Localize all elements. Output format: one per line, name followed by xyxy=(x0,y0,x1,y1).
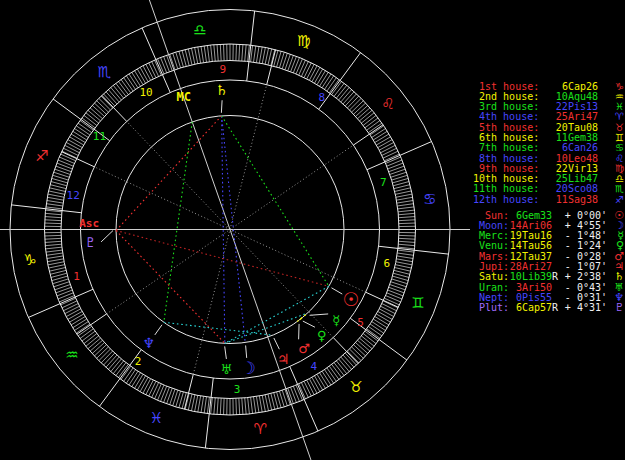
wheel-planet-glyph-saturn: ♄ xyxy=(215,82,228,98)
degree-tick xyxy=(68,140,82,148)
degree-tick xyxy=(48,262,64,265)
degree-tick xyxy=(304,381,311,396)
degree-tick xyxy=(170,54,175,70)
degree-tick xyxy=(265,395,268,411)
planet-row-plut: Plut:6Cap57R+ 4°31'♇ xyxy=(473,303,624,313)
degree-tick xyxy=(73,131,87,140)
degree-tick xyxy=(315,69,323,83)
astrolog-window: ☉☽☿♀♂♃♄♅♆♇AscMC123456789101112♈♉♊♋♌♍♎♏♐♑… xyxy=(0,0,625,460)
degree-tick xyxy=(201,46,204,62)
degree-tick xyxy=(322,371,331,385)
degree-tick xyxy=(46,204,62,206)
degree-tick xyxy=(195,47,198,63)
degree-tick xyxy=(291,387,297,402)
degree-tick xyxy=(211,45,213,61)
element-stats-block: Fire: 3, Earth: 5, Air : 3, Water: 1 Car… xyxy=(473,325,624,398)
house-number-6: 6 xyxy=(383,257,390,270)
degree-tick xyxy=(307,380,314,395)
degree-tick xyxy=(149,63,156,78)
degree-tick xyxy=(293,58,299,73)
degree-tick xyxy=(195,395,198,411)
degree-tick xyxy=(58,160,73,166)
planet-label: Plut: xyxy=(473,303,509,313)
degree-tick xyxy=(396,197,412,200)
degree-tick xyxy=(378,311,392,319)
house-number-9: 9 xyxy=(220,63,227,76)
degree-tick xyxy=(45,235,61,236)
degree-tick xyxy=(46,250,62,252)
degree-tick xyxy=(63,148,78,155)
degree-tick xyxy=(375,134,389,142)
degree-tick xyxy=(254,397,256,413)
degree-tick xyxy=(320,373,329,387)
degree-tick xyxy=(245,45,246,61)
degree-tick xyxy=(132,373,141,387)
degree-tick xyxy=(74,322,88,331)
degree-tick xyxy=(137,376,145,390)
degree-tick xyxy=(191,48,194,64)
degree-tick xyxy=(245,398,246,414)
house-cusp-spoke-3 xyxy=(184,374,193,409)
degree-tick xyxy=(236,44,237,60)
degree-tick xyxy=(239,398,240,414)
degree-tick xyxy=(386,296,401,302)
wheel-sign-glyph-cancer: ♋ xyxy=(423,190,436,208)
degree-tick xyxy=(299,384,306,399)
degree-tick xyxy=(48,194,64,197)
house-cusp-spoke-8 xyxy=(353,125,383,145)
degree-tick xyxy=(155,384,162,399)
degree-tick xyxy=(143,66,151,81)
aspect-line-neptune-jupiter xyxy=(164,322,273,335)
degree-tick xyxy=(140,67,148,81)
degree-tick xyxy=(397,256,413,259)
degree-tick xyxy=(132,72,141,86)
degree-tick xyxy=(149,381,156,396)
degree-tick xyxy=(158,385,164,400)
degree-tick xyxy=(398,244,414,245)
degree-tick xyxy=(317,70,325,84)
degree-tick xyxy=(45,244,61,245)
degree-tick xyxy=(242,398,243,414)
degree-tick xyxy=(397,204,413,206)
degree-tick xyxy=(134,70,142,84)
degree-tick xyxy=(390,169,406,174)
degree-tick xyxy=(381,145,396,152)
wheel-planet-glyph-mercury: ☿ xyxy=(332,313,340,328)
degree-tick xyxy=(129,74,138,88)
degree-tick xyxy=(56,287,72,293)
wheel-sign-glyph-aquarius: ♒ xyxy=(65,346,78,364)
degree-tick xyxy=(315,376,323,390)
degree-tick xyxy=(296,59,302,74)
degree-tick xyxy=(307,64,314,79)
degree-tick xyxy=(45,238,61,239)
house-cusp-spoke-6 xyxy=(366,292,399,307)
degree-tick xyxy=(381,306,396,313)
degree-tick xyxy=(395,265,411,268)
degree-tick xyxy=(146,380,153,395)
house-number-7: 7 xyxy=(380,176,387,189)
degree-tick xyxy=(395,188,411,192)
degree-tick xyxy=(399,241,415,242)
degree-tick xyxy=(73,319,87,328)
midheaven-label: MC xyxy=(177,90,191,104)
degree-tick xyxy=(49,188,65,192)
wheel-planet-glyph-neptune: ♆ xyxy=(142,335,155,351)
pointer-sun xyxy=(331,288,342,294)
degree-tick xyxy=(309,66,317,81)
wheel-sign-glyph-scorpio: ♏ xyxy=(97,63,111,81)
degree-tick xyxy=(372,128,386,137)
aspect-line-uranus-mercury xyxy=(225,313,308,343)
planet-position-list: Sun:6Gem33+ 0°00'☉Moon:14Ari06+ 4°55'☽Me… xyxy=(473,211,624,314)
degree-tick xyxy=(301,61,308,76)
stat-line: Learn: 7, Share: 5 xyxy=(473,387,624,397)
house-number-5: 5 xyxy=(357,316,364,329)
house-number-2: 2 xyxy=(135,355,142,368)
house-number-8: 8 xyxy=(319,91,326,104)
degree-tick xyxy=(45,213,61,214)
degree-tick xyxy=(396,194,412,197)
degree-tick xyxy=(220,398,221,414)
pointer-pluto xyxy=(101,231,113,242)
degree-tick xyxy=(259,396,262,412)
house-number-12: 12 xyxy=(67,189,80,202)
degree-tick xyxy=(188,49,192,65)
